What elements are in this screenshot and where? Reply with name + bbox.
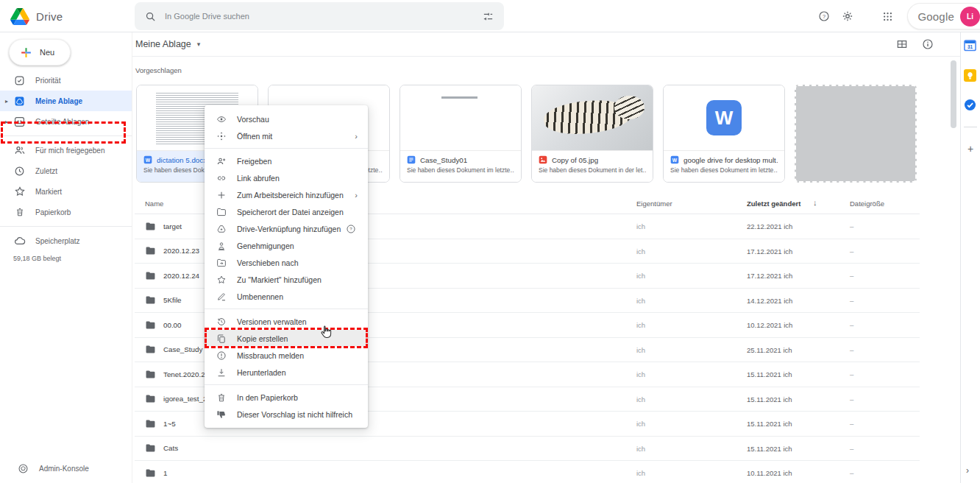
menu-item-label: Umbenennen — [237, 292, 283, 301]
menu-item-label: Genehmigungen — [237, 242, 294, 250]
new-button[interactable]: Neu — [9, 39, 71, 66]
cell-name: Cats — [145, 437, 178, 461]
search-icon[interactable] — [145, 11, 156, 22]
folder-name: Cats — [163, 444, 178, 452]
sidebar-item-markiert[interactable]: Markiert — [0, 181, 132, 202]
sidebar-item-meine-ablage[interactable]: ▸Meine Ablage — [0, 91, 132, 111]
file-row-1[interactable]: 1ich10.11.2021 ich– — [135, 461, 920, 483]
menu-item-label: Speicherort der Datei anzeigen — [237, 208, 344, 216]
sidebar-item-label: Priorität — [35, 77, 60, 85]
menu-item-in-den-papierkorb[interactable]: In den Papierkorb — [205, 389, 368, 406]
top-bar: Drive ? Google Li — [0, 0, 980, 32]
sidebar-item-label: Admin-Konsole — [39, 465, 89, 473]
sidebar-item-fur-mich-freigegeben[interactable]: Für mich freigegeben — [0, 140, 132, 161]
menu-item-vorschau[interactable]: Vorschau — [205, 110, 368, 127]
search-options-icon[interactable] — [483, 11, 494, 22]
sidebar-item-geteilte-ablagen[interactable]: ▸Geteilte Ablagen — [0, 111, 132, 132]
sidebar-item-prioritat[interactable]: Priorität — [0, 70, 132, 91]
menu-item-zu-markiert-hinzufugen[interactable]: Zu "Markiert" hinzufügen — [205, 271, 368, 288]
column-owner[interactable]: Eigentümer — [636, 200, 672, 208]
my-drive-icon — [13, 96, 26, 107]
cell-name: Case_Study — [145, 338, 202, 362]
tiger-head-stripes — [614, 96, 645, 119]
menu-item-versionen-verwalten[interactable]: Versionen verwalten — [205, 313, 368, 330]
drive-home-link[interactable]: Drive — [10, 0, 63, 32]
help-icon[interactable]: ? — [814, 7, 834, 26]
folder-name: 00.00 — [163, 321, 182, 329]
menu-item-zum-arbeitsbereich-hinzufugen[interactable]: Zum Arbeitsbereich hinzufügen› — [205, 186, 368, 203]
google-drive-app: Drive ? Google Li Neu Priorität▸Meine Ab… — [0, 0, 980, 483]
menu-item-freigeben[interactable]: Freigeben — [205, 152, 368, 169]
card-name-row: Case_Study01 — [407, 155, 514, 164]
storage-used-text: 59,18 GB belegt — [13, 255, 132, 262]
menu-item-herunterladen[interactable]: Herunterladen — [205, 364, 368, 381]
menu-item-label: Link abrufen — [237, 174, 280, 183]
cell-owner: ich — [636, 370, 645, 378]
file-card-placeholder[interactable] — [795, 85, 917, 183]
sidebar-item-zuletzt[interactable]: Zuletzt — [0, 161, 132, 181]
menu-item-offnen-mit[interactable]: Öffnen mit› — [205, 127, 368, 144]
menu-item-missbrauch-melden[interactable]: Missbrauch melden — [205, 347, 368, 364]
column-modified[interactable]: Zuletzt geändert — [747, 200, 800, 208]
cell-owner: ich — [636, 420, 645, 428]
vertical-scrollbar[interactable] — [951, 60, 956, 128]
svg-text:W: W — [672, 158, 678, 163]
trash-icon — [13, 207, 26, 217]
menu-item-genehmigungen[interactable]: Genehmigungen — [205, 237, 368, 254]
starred-icon — [13, 186, 26, 197]
cell-size: – — [850, 370, 853, 378]
search-input[interactable] — [165, 12, 474, 21]
grid-view-icon[interactable] — [895, 37, 909, 52]
expand-caret-icon[interactable]: ▸ — [0, 119, 10, 125]
calendar-icon[interactable]: 31 — [964, 39, 977, 52]
info-icon[interactable] — [920, 37, 935, 52]
menu-item-label: Zum Arbeitsbereich hinzufügen — [237, 191, 344, 200]
sidebar-item-speicherplatz[interactable]: Speicherplatz — [0, 230, 132, 251]
card-file-name: dictation 5.docx — [157, 156, 207, 164]
file-card-google-drive-for-desktop-mult[interactable]: WWgoogle drive for desktop mult…Sie habe… — [663, 85, 785, 183]
cell-owner: ich — [636, 296, 645, 304]
collapse-panel-icon[interactable]: › — [966, 465, 969, 476]
cell-owner: ich — [636, 321, 645, 329]
account-badge: Google Li — [907, 3, 980, 29]
folder-name: 2020.12.24 — [163, 272, 199, 280]
trash-outline-icon — [215, 392, 228, 403]
sidebar-item-admin-konsole[interactable]: Admin-Konsole — [0, 459, 132, 478]
menu-item-umbenennen[interactable]: Umbenennen — [205, 288, 368, 305]
file-card-case-study01[interactable]: Case_Study01Sie haben dieses Dokument im… — [400, 85, 522, 183]
column-size[interactable]: Dateigröße — [850, 200, 884, 208]
settings-gear-icon[interactable] — [838, 7, 857, 26]
tasks-icon[interactable] — [964, 99, 977, 112]
context-menu: VorschauÖffnen mit›FreigebenLink abrufen… — [205, 105, 368, 428]
apps-grid-icon[interactable] — [878, 7, 897, 26]
card-subtitle: Sie haben dieses Dokument in der let… — [539, 166, 646, 174]
title-dropdown-icon[interactable]: ▾ — [197, 40, 201, 48]
menu-item-speicherort-der-datei-anzeigen[interactable]: Speicherort der Datei anzeigen — [205, 203, 368, 220]
page-title[interactable]: Meine Ablage — [135, 39, 191, 49]
expand-caret-icon[interactable]: ▸ — [0, 98, 10, 105]
column-name[interactable]: Name — [145, 200, 163, 208]
main-header: Meine Ablage ▾ — [132, 32, 960, 57]
keep-icon[interactable] — [964, 69, 977, 82]
file-card-copy-of-05-jpg[interactable]: Copy of 05.jpgSie haben dieses Dokument … — [531, 85, 653, 183]
sort-desc-icon[interactable]: ↓ — [813, 198, 817, 207]
search-bar[interactable] — [135, 2, 504, 30]
cell-name: 1 — [145, 461, 167, 483]
cell-size: – — [850, 444, 853, 452]
menu-item-link-abrufen[interactable]: Link abrufen — [205, 169, 368, 186]
menu-item-drive-verknupfung-hinzufugen[interactable]: Drive-Verknüpfung hinzufügen? — [205, 220, 368, 237]
google-logo: Google — [917, 10, 954, 23]
avatar[interactable]: Li — [960, 7, 980, 27]
menu-item-verschieben-nach[interactable]: Verschieben nach — [205, 254, 368, 271]
file-row-cats[interactable]: Catsich15.11.2021 ich– — [135, 437, 920, 462]
folder-icon — [145, 393, 156, 404]
cell-modified: 10.12.2021 ich — [747, 321, 792, 329]
sidebar-item-papierkorb[interactable]: Papierkorb — [0, 202, 132, 222]
get-addons-icon[interactable]: + — [964, 143, 977, 155]
menu-divider — [205, 148, 368, 149]
menu-item-dieser-vorschlag-ist-nicht-hilfreich[interactable]: Dieser Vorschlag ist nicht hilfreich — [205, 406, 368, 423]
card-file-name: Copy of 05.jpg — [552, 156, 598, 164]
cell-name: 00.00 — [145, 313, 182, 337]
menu-item-kopie-erstellen[interactable]: Kopie erstellen — [205, 330, 368, 347]
folder-outline-icon — [215, 207, 228, 217]
